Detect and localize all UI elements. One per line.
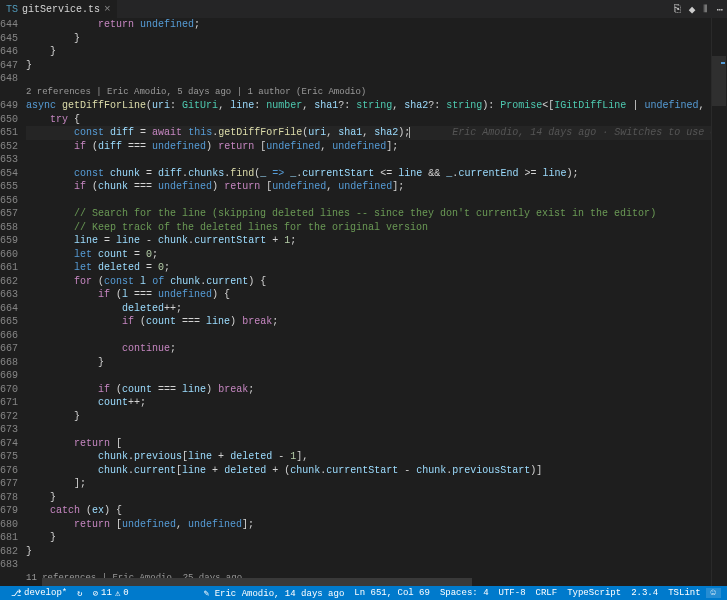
code-line[interactable]: } — [26, 45, 727, 59]
code-line[interactable]: } — [26, 545, 727, 559]
code-line[interactable] — [26, 194, 727, 208]
feedback-icon[interactable]: ☺ — [706, 588, 721, 598]
code-line[interactable]: ]; — [26, 477, 727, 491]
code-line[interactable]: return [ — [26, 437, 727, 451]
tab-gitservice[interactable]: TS gitService.ts × — [0, 0, 117, 18]
sync-item[interactable]: ↻ — [72, 588, 87, 599]
code-line[interactable]: // Keep track of the deleted lines for t… — [26, 221, 727, 235]
line-gutter: 644645646647648 649650651652653654655656… — [0, 18, 26, 586]
code-line[interactable]: catch (ex) { — [26, 504, 727, 518]
ts-version[interactable]: 2.3.4 — [626, 588, 663, 598]
diff-icon[interactable]: ◆ — [689, 3, 696, 16]
warning-icon: ⚠ — [115, 588, 120, 599]
split-icon[interactable]: ⎘ — [674, 3, 681, 15]
code-line[interactable]: line = line - chunk.currentStart + 1; — [26, 234, 727, 248]
branch-item[interactable]: ⎇ develop* — [6, 588, 72, 599]
editor-actions: ⎘ ◆ ⫴ ⋯ — [674, 0, 723, 18]
blame-item[interactable]: ✎ Eric Amodio, 14 days ago — [199, 588, 349, 599]
code-line[interactable]: } — [26, 531, 727, 545]
tab-label: gitService.ts — [22, 4, 100, 15]
code-line[interactable]: if (diff === undefined) return [undefine… — [26, 140, 727, 154]
encoding[interactable]: UTF-8 — [494, 588, 531, 598]
code-line[interactable]: continue; — [26, 342, 727, 356]
code-line[interactable]: deleted++; — [26, 302, 727, 316]
tab-bar: TS gitService.ts × ⎘ ◆ ⫴ ⋯ — [0, 0, 727, 18]
code-line[interactable]: if (count === line) break; — [26, 315, 727, 329]
statusbar: ⎇ develop* ↻ ⊘ 11 ⚠ 0 ✎ Eric Amodio, 14 … — [0, 586, 727, 600]
language-mode[interactable]: TypeScript — [562, 588, 626, 598]
cursor-position[interactable]: Ln 651, Col 69 — [349, 588, 435, 598]
code-line[interactable]: if (count === line) break; — [26, 383, 727, 397]
problems-item[interactable]: ⊘ 11 ⚠ 0 — [88, 588, 134, 599]
code-line[interactable]: } — [26, 59, 727, 73]
code-line[interactable]: chunk.current[line + deleted + (chunk.cu… — [26, 464, 727, 478]
code-line[interactable] — [26, 423, 727, 437]
code-line[interactable]: chunk.previous[line + deleted - 1], — [26, 450, 727, 464]
code-line[interactable]: return undefined; — [26, 18, 727, 32]
code-area[interactable]: return undefined; } }} 2 references | Er… — [26, 18, 727, 586]
code-line[interactable]: for (const l of chunk.current) { — [26, 275, 727, 289]
horizontal-scrollbar[interactable] — [42, 578, 711, 586]
tslint[interactable]: TSLint — [663, 588, 705, 598]
branch-icon: ⎇ — [11, 588, 21, 599]
editor[interactable]: 644645646647648 649650651652653654655656… — [0, 18, 727, 586]
minimap-mark — [721, 62, 725, 64]
code-line[interactable]: } — [26, 32, 727, 46]
code-line[interactable] — [26, 72, 727, 86]
code-line[interactable]: } — [26, 410, 727, 424]
code-line[interactable]: // Search for the line (skipping deleted… — [26, 207, 727, 221]
code-line[interactable]: try { — [26, 113, 727, 127]
code-line[interactable]: return [undefined, undefined]; — [26, 518, 727, 532]
branch-name: develop* — [24, 588, 67, 598]
close-icon[interactable]: × — [104, 3, 111, 15]
eol[interactable]: CRLF — [531, 588, 563, 598]
code-line[interactable]: if (chunk === undefined) return [undefin… — [26, 180, 727, 194]
code-line[interactable]: } — [26, 491, 727, 505]
sync-icon: ↻ — [77, 588, 82, 599]
code-line[interactable]: async getDiffForLine(uri: GitUri, line: … — [26, 99, 727, 113]
codelens[interactable]: 2 references | Eric Amodio, 5 days ago |… — [26, 86, 727, 100]
code-line[interactable] — [26, 558, 727, 572]
code-line[interactable] — [26, 329, 727, 343]
code-line[interactable]: if (l === undefined) { — [26, 288, 727, 302]
more-icon[interactable]: ⋯ — [716, 3, 723, 16]
code-line[interactable]: let count = 0; — [26, 248, 727, 262]
code-line[interactable]: const chunk = diff.chunks.find(_ => _.cu… — [26, 167, 727, 181]
indentation[interactable]: Spaces: 4 — [435, 588, 494, 598]
code-line[interactable]: count++; — [26, 396, 727, 410]
error-icon: ⊘ — [93, 588, 98, 599]
code-line[interactable]: } — [26, 356, 727, 370]
warning-count: 0 — [123, 588, 128, 598]
error-count: 11 — [101, 588, 112, 598]
hscrollbar-thumb[interactable] — [42, 578, 472, 586]
minimap[interactable] — [711, 18, 727, 586]
code-line[interactable] — [26, 369, 727, 383]
code-line[interactable]: let deleted = 0; — [26, 261, 727, 275]
typescript-icon: TS — [6, 4, 18, 15]
code-line[interactable]: const diff = await this.getDiffForFile(u… — [26, 126, 727, 140]
code-line[interactable] — [26, 153, 727, 167]
layout-icon[interactable]: ⫴ — [703, 3, 708, 15]
